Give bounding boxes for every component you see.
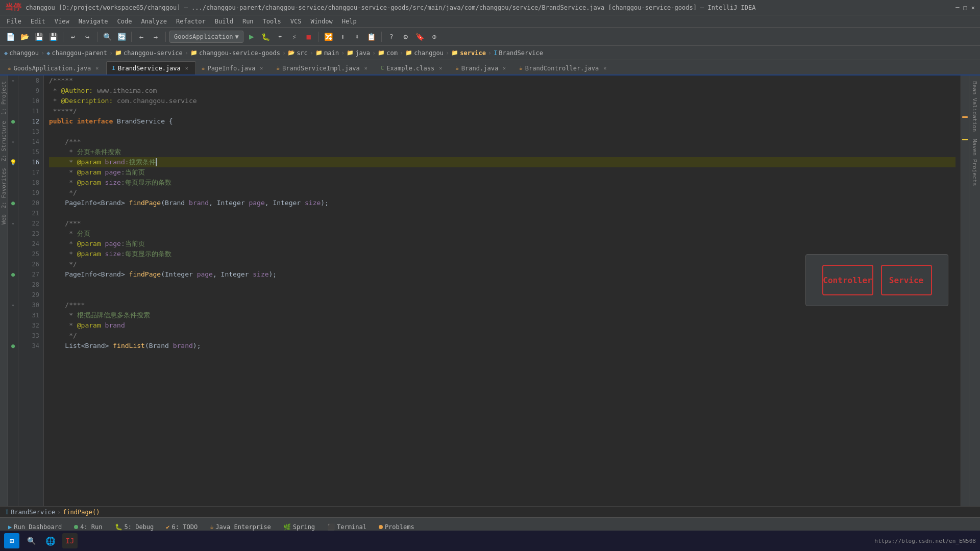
- taskbar-edge[interactable]: 🌐: [43, 533, 58, 548]
- tab-brandservice[interactable]: I BrandService.java ✕: [106, 61, 195, 74]
- breadcrumb-service[interactable]: 📁 changgou-service: [115, 49, 183, 57]
- coverage-button[interactable]: ☂: [274, 31, 286, 43]
- breadcrumb-java[interactable]: 📁 java: [347, 49, 370, 57]
- toolbar-pull[interactable]: ⬇: [351, 31, 363, 43]
- breadcrumb-com[interactable]: 📁 com: [378, 49, 398, 57]
- gutter-31: [8, 310, 18, 320]
- toolbar-open[interactable]: 📂: [18, 31, 31, 43]
- tab-close-brandservice[interactable]: ✕: [183, 65, 190, 72]
- project-sidebar: 1: Project Z: Structure 2: Favorites Web: [0, 76, 8, 506]
- folder-icon-3: 📁: [315, 49, 323, 56]
- toolbar-new[interactable]: 📄: [4, 31, 16, 43]
- tab-close-example[interactable]: ✕: [437, 65, 444, 72]
- breadcrumb-service2[interactable]: 📁 service: [451, 49, 486, 57]
- menu-refactor[interactable]: Refactor: [172, 17, 210, 26]
- breadcrumb-changgou[interactable]: ◆ changgou: [4, 49, 39, 57]
- tab-close-brand[interactable]: ✕: [501, 65, 508, 72]
- tab-close-controller[interactable]: ✕: [601, 65, 608, 72]
- toolbar-back[interactable]: ←: [135, 31, 148, 43]
- panel-bean-validation[interactable]: Bean Validation: [970, 78, 979, 135]
- breadcrumb-main[interactable]: 📁 main: [315, 49, 339, 57]
- sidebar-label-structure[interactable]: Z: Structure: [0, 118, 8, 164]
- toolbar-redo[interactable]: ↪: [81, 31, 93, 43]
- breadcrumb-changgou2[interactable]: 📁 changgou: [405, 49, 444, 57]
- menu-analyze[interactable]: Analyze: [137, 17, 171, 26]
- toolbar-replace[interactable]: 🔄: [115, 31, 128, 43]
- tab-close-goodsapplication[interactable]: ✕: [93, 65, 101, 72]
- menu-navigate[interactable]: Navigate: [75, 17, 112, 26]
- spring-label: Spring: [293, 523, 315, 531]
- toolbar-bookmarks[interactable]: 🔖: [414, 31, 426, 43]
- debug-label: 5: Debug: [125, 523, 154, 531]
- menu-view[interactable]: View: [51, 17, 74, 26]
- toolbar-save[interactable]: 💾: [33, 31, 45, 43]
- tab-example[interactable]: C Example.class ✕: [375, 61, 450, 74]
- ln-15: 15: [20, 147, 39, 157]
- toolbar-push[interactable]: ⬆: [337, 31, 349, 43]
- panel-maven-projects[interactable]: Maven Projects: [970, 136, 979, 189]
- start-button[interactable]: ⊞: [4, 533, 19, 548]
- menu-help[interactable]: Help: [338, 17, 361, 26]
- menu-vcs[interactable]: VCS: [286, 17, 306, 26]
- editor-scrollbar[interactable]: [961, 76, 969, 506]
- run-config-selector[interactable]: GoodsApplication ▼: [169, 31, 243, 43]
- scroll-marker-1: [962, 116, 968, 118]
- src-icon: 📂: [288, 49, 295, 56]
- maximize-button[interactable]: □: [964, 4, 967, 11]
- interface-icon-bc: I: [5, 509, 9, 516]
- breadcrumb-brandservice[interactable]: I BrandService: [494, 49, 543, 57]
- toolbar-undo[interactable]: ↩: [67, 31, 79, 43]
- taskbar-search[interactable]: 🔍: [23, 533, 39, 548]
- tab-pageinfo[interactable]: ☕ PageInfo.java ✕: [196, 61, 271, 74]
- controller-button[interactable]: Controller: [822, 265, 873, 295]
- main-area: 1: Project Z: Structure 2: Favorites Web…: [0, 76, 980, 506]
- run-button[interactable]: ▶: [246, 31, 258, 43]
- tab-icon: ☕: [8, 65, 11, 71]
- separator-1: [63, 32, 63, 42]
- tab-icon-pageinfo: ☕: [202, 65, 205, 71]
- sidebar-label-favorites[interactable]: 2: Favorites: [0, 165, 8, 211]
- breadcrumb-src[interactable]: 📂 src: [288, 49, 308, 57]
- tab-goodsapplication[interactable]: ☕ GoodsApplication.java ✕: [2, 61, 106, 74]
- terminal-label: Terminal: [337, 523, 366, 531]
- menu-run[interactable]: Run: [238, 17, 258, 26]
- sidebar-label-web[interactable]: Web: [0, 211, 8, 228]
- tab-brand[interactable]: ☕ Brand.java ✕: [450, 61, 513, 74]
- breadcrumb-parent[interactable]: ◆ changgou-parent: [46, 49, 107, 57]
- menu-code[interactable]: Code: [113, 17, 136, 26]
- service-button[interactable]: Service: [881, 265, 932, 295]
- tab-close-impl[interactable]: ✕: [362, 65, 370, 72]
- sidebar-label-project[interactable]: 1: Project: [0, 78, 8, 118]
- toolbar-save-all[interactable]: 💾: [47, 31, 59, 43]
- breadcrumb-method[interactable]: findPage(): [63, 509, 100, 516]
- taskbar-intellij[interactable]: IJ: [62, 533, 78, 548]
- toolbar-settings[interactable]: ⚙: [400, 31, 412, 43]
- profile-button[interactable]: ⚡: [288, 31, 301, 43]
- code-line-21: [49, 208, 955, 218]
- run-label: 4: Run: [80, 523, 102, 531]
- close-button[interactable]: ✕: [971, 4, 975, 11]
- tab-brandserviceimpl[interactable]: ☕ BrandServiceImpl.java ✕: [271, 61, 375, 74]
- debug-button[interactable]: 🐛: [260, 31, 272, 43]
- minimize-button[interactable]: ─: [955, 4, 959, 11]
- tab-brandcontroller[interactable]: ☕ BrandController.java ✕: [513, 61, 614, 74]
- stop-button[interactable]: ■: [303, 31, 315, 43]
- toolbar-tasks[interactable]: 📋: [365, 31, 378, 43]
- ln-28: 28: [20, 280, 39, 290]
- menu-build[interactable]: Build: [211, 17, 237, 26]
- toolbar-help[interactable]: ?: [385, 31, 398, 43]
- toolbar-more[interactable]: ⊕: [428, 31, 440, 43]
- ln-30: 30: [20, 300, 39, 310]
- taskbar-clock: https://blog.csdn.net/en_EN508: [874, 538, 976, 544]
- breadcrumb-class[interactable]: BrandService: [11, 509, 55, 516]
- toolbar-forward[interactable]: →: [150, 31, 162, 43]
- menu-tools[interactable]: Tools: [259, 17, 285, 26]
- menu-window[interactable]: Window: [306, 17, 336, 26]
- menu-file[interactable]: File: [3, 17, 26, 26]
- toolbar-find[interactable]: 🔍: [101, 31, 113, 43]
- tab-close-pageinfo[interactable]: ✕: [258, 65, 265, 72]
- toolbar-vcs[interactable]: 🔀: [323, 31, 335, 43]
- breadcrumb-service-goods[interactable]: 📁 changgou-service-goods: [190, 49, 280, 57]
- menu-edit[interactable]: Edit: [27, 17, 50, 26]
- ln-26: 26: [20, 259, 39, 269]
